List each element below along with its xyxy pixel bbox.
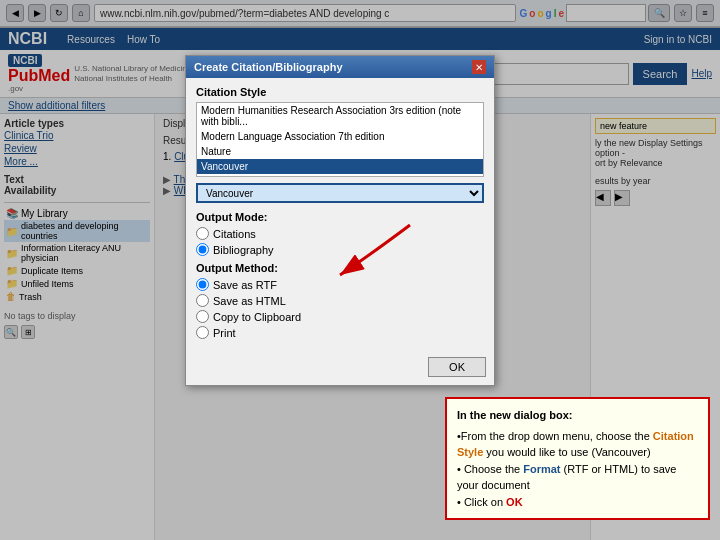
dialog-close-button[interactable]: ✕ [472,60,486,74]
mode-citations-radio[interactable] [196,227,209,240]
citation-style-list[interactable]: Modern Humanities Research Association 3… [196,102,484,177]
method-print-row: Print [196,326,484,339]
style-mla[interactable]: Modern Language Association 7th edition [197,129,483,144]
format-highlight: Format [523,463,560,475]
method-clipboard-radio[interactable] [196,310,209,323]
method-html-label: Save as HTML [213,295,286,307]
method-clipboard-row: Copy to Clipboard [196,310,484,323]
instruction-title: In the new dialog box: [457,407,698,424]
red-arrow [310,215,430,295]
instruction-line1-pre: •From the drop down menu, choose the [457,430,653,442]
method-clipboard-label: Copy to Clipboard [213,311,301,323]
mode-bibliography-radio[interactable] [196,243,209,256]
ok-highlight: OK [506,496,523,508]
citation-dropdown-wrapper: Vancouver [196,183,484,203]
style-vancouver[interactable]: Vancouver [197,159,483,174]
mode-bibliography-label: Bibliography [213,244,274,256]
method-print-label: Print [213,327,236,339]
method-print-radio[interactable] [196,326,209,339]
method-html-radio[interactable] [196,294,209,307]
citation-style-label: Citation Style [196,86,484,98]
method-rtf-radio[interactable] [196,278,209,291]
style-nature[interactable]: Nature [197,144,483,159]
method-rtf-label: Save as RTF [213,279,277,291]
instruction-box: In the new dialog box: •From the drop do… [445,397,710,520]
dialog-title: Create Citation/Bibliography [194,61,343,73]
instruction-line1: •From the drop down menu, choose the Cit… [457,428,698,461]
instruction-line3-pre: • Click on [457,496,506,508]
instruction-line1-post: you would like to use (Vancouver) [483,446,650,458]
mode-citations-label: Citations [213,228,256,240]
instruction-line2-pre: • Choose the [457,463,523,475]
dialog-titlebar: Create Citation/Bibliography ✕ [186,56,494,78]
instruction-line2: • Choose the Format (RTF or HTML) to sav… [457,461,698,494]
ok-button[interactable]: OK [428,357,486,377]
dialog-footer: OK [186,353,494,385]
citation-style-dropdown[interactable]: Vancouver [196,183,484,203]
instruction-line3: • Click on OK [457,494,698,511]
method-html-row: Save as HTML [196,294,484,307]
style-mhra[interactable]: Modern Humanities Research Association 3… [197,103,483,129]
